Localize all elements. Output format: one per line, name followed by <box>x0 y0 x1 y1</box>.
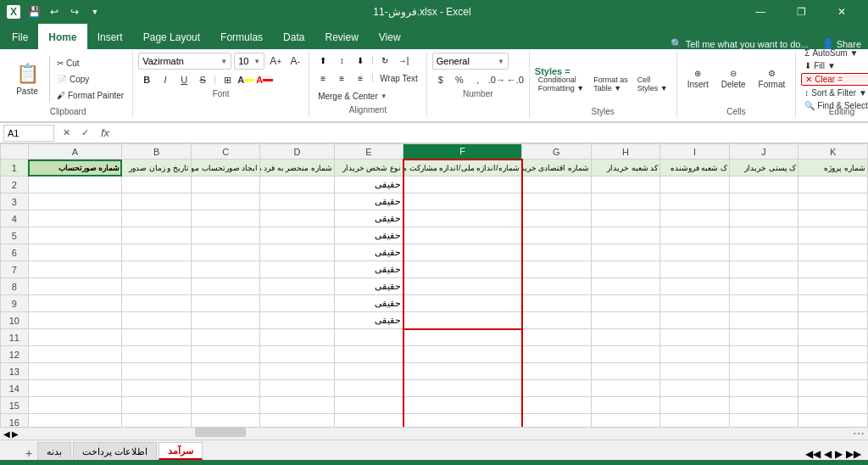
cell-I8[interactable] <box>660 278 730 295</box>
col-header-E[interactable]: E <box>334 144 403 160</box>
cell-F11[interactable] <box>403 329 522 346</box>
cell-J11[interactable] <box>729 329 798 346</box>
cell-D10[interactable] <box>260 312 334 329</box>
fx-label[interactable]: fx <box>97 125 114 142</box>
cell-C4[interactable] <box>191 210 260 227</box>
cell-H14[interactable] <box>591 380 660 397</box>
cell-E9[interactable]: حقیقی <box>334 295 403 312</box>
format-painter-button[interactable]: 🖌 Format Painter <box>53 87 127 103</box>
cell-D14[interactable] <box>260 380 334 397</box>
cell-K14[interactable] <box>798 380 868 397</box>
cell-C9[interactable] <box>191 295 260 312</box>
cell-G4[interactable] <box>522 210 592 227</box>
cell-B8[interactable] <box>122 278 192 295</box>
cell-A13[interactable] <box>28 363 122 380</box>
font-color-button[interactable]: A <box>256 72 273 87</box>
cell-D3[interactable] <box>260 193 334 210</box>
tab-formulas[interactable]: Formulas <box>210 24 273 49</box>
cell-K15[interactable] <box>798 397 868 414</box>
tab-view[interactable]: View <box>369 24 411 49</box>
cell-D4[interactable] <box>260 210 334 227</box>
font-size-selector[interactable]: 10 ▼ <box>234 53 264 70</box>
cell-G14[interactable] <box>522 380 592 397</box>
cell-D8[interactable] <box>260 278 334 295</box>
cell-K6[interactable] <box>798 244 868 261</box>
header-cell-E[interactable]: نوع شخص خریدار <box>334 160 403 176</box>
cell-H7[interactable] <box>591 261 660 278</box>
cell-D11[interactable] <box>260 329 334 346</box>
cell-F3[interactable] <box>403 193 522 210</box>
cell-J4[interactable] <box>729 210 798 227</box>
cell-J15[interactable] <box>729 397 798 414</box>
cell-G6[interactable] <box>522 244 592 261</box>
scroll-left-button[interactable]: ◀ <box>3 429 10 439</box>
cell-B3[interactable] <box>122 193 192 210</box>
col-header-I[interactable]: I <box>660 144 730 160</box>
cell-G8[interactable] <box>522 278 592 295</box>
save-icon[interactable]: 💾 <box>25 3 42 20</box>
redo-icon[interactable]: ↪ <box>66 3 83 20</box>
cell-H5[interactable] <box>591 227 660 244</box>
cell-K7[interactable] <box>798 261 868 278</box>
cut-button[interactable]: ✂ Cut <box>53 55 127 70</box>
cell-H13[interactable] <box>591 363 660 380</box>
cell-A2[interactable] <box>28 176 122 193</box>
sort-filter-button[interactable]: ↕ Sort & Filter ▼ <box>801 87 868 98</box>
header-cell-K[interactable]: شماره پروژه <box>798 160 868 176</box>
cell-G7[interactable] <box>522 261 592 278</box>
wrap-text-button[interactable]: Wrap Text <box>376 70 421 86</box>
col-header-G[interactable]: G <box>522 144 592 160</box>
cell-C13[interactable] <box>191 363 260 380</box>
cell-F8[interactable] <box>403 278 522 295</box>
cell-B16[interactable] <box>122 414 192 428</box>
cell-B9[interactable] <box>122 295 192 312</box>
cell-B2[interactable] <box>122 176 192 193</box>
cell-E14[interactable] <box>334 380 403 397</box>
cell-K5[interactable] <box>798 227 868 244</box>
cell-E8[interactable]: حقیقی <box>334 278 403 295</box>
comma-button[interactable]: , <box>470 72 487 87</box>
cell-I3[interactable] <box>660 193 730 210</box>
cell-F15[interactable] <box>403 397 522 414</box>
cell-B12[interactable] <box>122 346 192 363</box>
col-header-K[interactable]: K <box>798 144 868 160</box>
autosum-button[interactable]: Σ AutoSum ▼ <box>801 48 868 59</box>
cell-D9[interactable] <box>260 295 334 312</box>
cell-G13[interactable] <box>522 363 592 380</box>
cell-A3[interactable] <box>28 193 122 210</box>
cell-D15[interactable] <box>260 397 334 414</box>
cell-J2[interactable] <box>729 176 798 193</box>
tab-page-layout[interactable]: Page Layout <box>133 24 210 49</box>
cell-G12[interactable] <box>522 346 592 363</box>
increase-decimal-button[interactable]: .0→ <box>488 72 505 87</box>
add-sheet-button[interactable]: + <box>20 446 37 460</box>
confirm-formula-icon[interactable]: ✓ <box>76 125 93 142</box>
cell-A8[interactable] <box>28 278 122 295</box>
header-cell-B[interactable]: تاریخ و زمان صدور <box>122 160 192 176</box>
cell-H4[interactable] <box>591 210 660 227</box>
cell-B4[interactable] <box>122 210 192 227</box>
cell-D12[interactable] <box>260 346 334 363</box>
cell-I16[interactable] <box>660 414 730 428</box>
cell-reference-box[interactable]: A1 <box>3 125 54 142</box>
cell-A10[interactable] <box>28 312 122 329</box>
cell-J8[interactable] <box>729 278 798 295</box>
maximize-button[interactable]: ❐ <box>782 0 821 24</box>
cell-D13[interactable] <box>260 363 334 380</box>
cell-A15[interactable] <box>28 397 122 414</box>
decrease-font-button[interactable]: A- <box>287 53 303 69</box>
scroll-right-button[interactable]: ▶ <box>12 429 19 439</box>
col-header-D[interactable]: D <box>260 144 334 160</box>
cell-I5[interactable] <box>660 227 730 244</box>
cell-B13[interactable] <box>122 363 192 380</box>
cell-F10[interactable] <box>403 312 522 329</box>
cell-E3[interactable]: حقیقی <box>334 193 403 210</box>
bold-button[interactable]: B <box>138 72 155 87</box>
cell-K2[interactable] <box>798 176 868 193</box>
font-name-selector[interactable]: Vazirmatn ▼ <box>138 53 231 70</box>
cell-A14[interactable] <box>28 380 122 397</box>
cell-F5[interactable] <box>403 227 522 244</box>
col-header-C[interactable]: C <box>191 144 260 160</box>
cell-E10[interactable]: حقیقی <box>334 312 403 329</box>
text-direction-button[interactable]: ↻ <box>376 53 393 68</box>
